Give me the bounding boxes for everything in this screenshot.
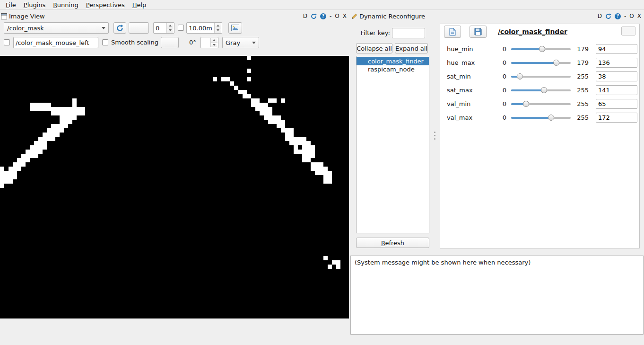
reconfigure-icon: [351, 13, 357, 19]
param-row-val_max: val_max0255: [440, 111, 639, 124]
screenshot-button[interactable]: [129, 22, 149, 34]
node-list-item-raspicam_node[interactable]: raspicam_node: [357, 65, 429, 73]
dock-close-button[interactable]: X: [637, 13, 641, 19]
topic-combobox[interactable]: /color_mask: [4, 22, 109, 34]
menu-item-plugins[interactable]: Plugins: [20, 0, 50, 9]
node-list-item-color_mask_finder[interactable]: color_mask_finder: [357, 57, 429, 65]
slider-fill: [511, 117, 551, 119]
dynamic-reconfigure-dock-controls: D ? - O X: [598, 13, 644, 19]
smooth-scaling-label: Smooth scaling: [111, 39, 158, 46]
param-row-hue_max: hue_max0179: [440, 56, 639, 70]
param-value-input[interactable]: [596, 58, 637, 68]
param-value-input[interactable]: [596, 85, 637, 95]
dock-help-icon[interactable]: ?: [615, 13, 621, 19]
load-config-icon: [449, 28, 456, 36]
reload-icon: [116, 25, 123, 32]
param-row-sat_max: sat_max0255: [440, 83, 639, 97]
save-image-icon: [231, 25, 239, 31]
param-slider[interactable]: [511, 114, 571, 121]
num-gridlines-spinbox[interactable]: 0: [153, 22, 174, 34]
slider-handle[interactable]: [548, 115, 554, 121]
smooth-scaling-checkbox[interactable]: [102, 39, 108, 45]
slider-handle[interactable]: [541, 87, 547, 93]
param-value-input[interactable]: [596, 44, 637, 54]
param-slider[interactable]: [511, 100, 571, 107]
dock-help-icon[interactable]: ?: [320, 13, 326, 19]
panel-blank-box: [621, 27, 635, 35]
param-max: 255: [574, 73, 589, 80]
menu-bar: FilePluginsRunningPerspectivesHelp: [0, 0, 644, 10]
menu-item-help[interactable]: Help: [129, 0, 150, 9]
spinbox-arrows[interactable]: [214, 23, 221, 33]
save-image-button[interactable]: [228, 22, 242, 34]
param-slider[interactable]: [511, 45, 571, 53]
collapse-all-button[interactable]: Collapse all: [356, 43, 392, 53]
dock-float-button[interactable]: D: [598, 13, 602, 19]
image-view-title: Image View: [9, 13, 45, 20]
param-label: sat_max: [447, 87, 491, 94]
filter-key-input[interactable]: [392, 28, 425, 38]
dock-close-button[interactable]: X: [343, 13, 347, 19]
refresh-button[interactable]: Refresh: [356, 238, 429, 248]
param-row-sat_min: sat_min0255: [440, 70, 639, 83]
save-config-button[interactable]: [470, 26, 487, 38]
slider-handle[interactable]: [553, 60, 559, 66]
node-list: color_mask_finderraspicam_node: [356, 56, 429, 233]
colormap-combobox[interactable]: Gray: [222, 37, 259, 48]
dock-reload-icon[interactable]: [605, 13, 611, 19]
param-min: 0: [491, 100, 506, 107]
slider-fill: [511, 62, 557, 64]
expand-all-button[interactable]: Expand all: [395, 43, 428, 53]
param-value-input[interactable]: [596, 99, 637, 109]
splitter-handle[interactable]: [434, 132, 436, 140]
param-label: hue_min: [447, 45, 491, 53]
param-slider[interactable]: [511, 59, 571, 66]
dynamic-reconfigure-title: Dynamic Reconfigure: [359, 13, 425, 20]
rqt-main-window: FilePluginsRunningPerspectivesHelp Image…: [0, 0, 644, 345]
dynamic-range-checkbox[interactable]: [178, 25, 184, 31]
dock-float-button[interactable]: D: [303, 13, 307, 19]
publish-click-location-checkbox[interactable]: [4, 39, 10, 45]
param-value-input[interactable]: [596, 113, 637, 123]
param-min: 0: [491, 114, 506, 121]
param-label: val_max: [447, 114, 491, 121]
param-max: 179: [574, 45, 589, 53]
num-gridlines-value: 0: [156, 25, 159, 32]
rotation-label: 0°: [189, 39, 196, 46]
menu-item-file[interactable]: File: [2, 0, 20, 9]
param-label: sat_min: [447, 73, 491, 80]
param-row-hue_min: hue_min0179: [440, 42, 639, 56]
param-max: 255: [574, 100, 589, 107]
param-label: hue_max: [447, 59, 491, 66]
dynamic-reconfigure-titlebar: Dynamic Reconfigure D ? - O X: [350, 11, 644, 21]
dock-minimize-button[interactable]: -: [330, 13, 331, 19]
menu-item-perspectives[interactable]: Perspectives: [82, 0, 129, 9]
dropdown-arrow-icon: [252, 42, 256, 44]
refresh-topics-button[interactable]: [113, 22, 126, 34]
slider-handle[interactable]: [539, 46, 545, 52]
spinbox-arrows[interactable]: [210, 38, 218, 47]
slider-handle[interactable]: [523, 101, 529, 107]
param-slider[interactable]: [511, 87, 571, 94]
dock-maximize-button[interactable]: O: [629, 13, 634, 19]
image-view-canvas[interactable]: [0, 56, 349, 318]
spinbox-arrows[interactable]: [166, 23, 174, 33]
param-value-input[interactable]: [596, 71, 637, 81]
rotation-spinbox[interactable]: [200, 37, 218, 48]
param-row-val_min: val_min0255: [440, 97, 639, 111]
param-min: 0: [491, 59, 506, 66]
param-max: 255: [574, 114, 589, 121]
dock-minimize-button[interactable]: -: [624, 13, 626, 19]
param-max: 179: [574, 59, 589, 66]
param-min: 0: [491, 73, 506, 80]
load-config-button[interactable]: [444, 26, 461, 38]
slider-handle[interactable]: [517, 73, 523, 80]
mouse-topic-input[interactable]: [13, 37, 98, 48]
max-range-spinbox[interactable]: 10.00m: [186, 22, 222, 34]
blank-field[interactable]: [161, 37, 179, 48]
param-slider[interactable]: [511, 73, 571, 80]
dock-reload-icon[interactable]: [311, 13, 317, 19]
param-min: 0: [491, 45, 506, 53]
menu-item-running[interactable]: Running: [49, 0, 82, 9]
dock-maximize-button[interactable]: O: [335, 13, 339, 19]
